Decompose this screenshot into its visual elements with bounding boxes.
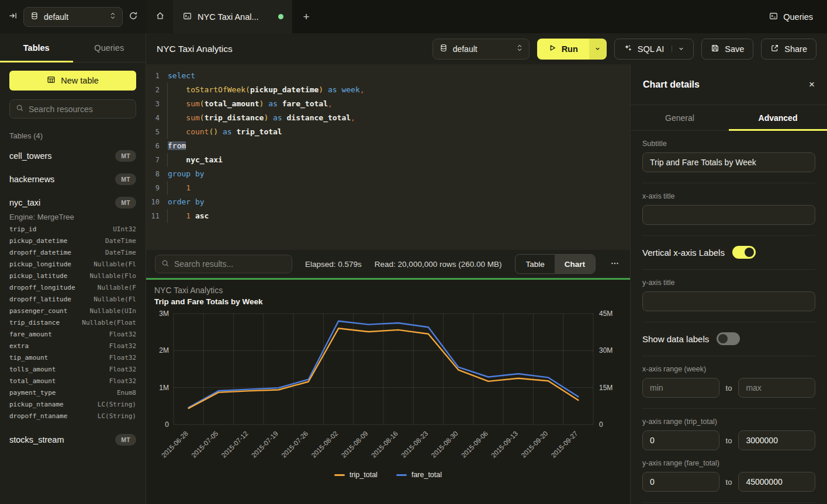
legend-item[interactable]: fare_total [396, 471, 442, 479]
svg-text:0: 0 [599, 420, 603, 429]
panel-tab-general-label: General [665, 113, 694, 123]
column-type: Nullable(F [98, 284, 136, 291]
database-selector[interactable]: default [23, 7, 123, 27]
share-button[interactable]: Share [761, 39, 816, 60]
y-range-trip-label: y-axis range (trip_total) [642, 418, 815, 426]
content-row: Tables Queries New table Tables (4) cell… [0, 33, 827, 504]
results-search [155, 255, 292, 273]
chevron-down-icon [594, 44, 601, 54]
home-button[interactable] [146, 0, 174, 33]
play-icon [548, 44, 556, 54]
svg-text:2015-08-16: 2015-08-16 [370, 430, 399, 459]
code-line: 4 sum(trip_distance) as distance_total, [146, 111, 630, 125]
center-column: 1select2 toStartOfWeek(pickup_datetime) … [146, 64, 630, 504]
svg-text:2015-08-23: 2015-08-23 [400, 430, 429, 459]
view-toggle-table[interactable]: Table [515, 255, 554, 273]
run-options-button[interactable] [589, 39, 607, 60]
legend-item[interactable]: trip_total [334, 471, 378, 479]
to-label: to [726, 384, 732, 392]
run-button[interactable]: Run [537, 39, 589, 60]
table-row[interactable]: stocks_streamMT [9, 432, 136, 447]
svg-text:45M: 45M [599, 310, 613, 318]
divider [642, 269, 815, 270]
column-type: UInt32 [113, 225, 136, 233]
y-range-fare-max-input[interactable] [738, 472, 815, 492]
line-number: 6 [146, 139, 167, 153]
column-name: dropoff_latitude [9, 296, 71, 303]
svg-text:2015-08-02: 2015-08-02 [310, 430, 339, 459]
x-axis-title-input[interactable] [642, 205, 815, 225]
sql-ai-options-button[interactable] [672, 46, 684, 52]
show-data-labels-row: Show data labels [642, 332, 815, 345]
line-number: 1 [146, 69, 167, 83]
panel-header: Chart details × [631, 64, 827, 105]
column-name: fare_amount [9, 331, 52, 338]
query-tab[interactable]: NYC Taxi Anal... [174, 0, 292, 33]
y-range-trip-max-input[interactable] [738, 430, 815, 450]
column-type: Nullable(Flo [90, 272, 136, 280]
subtitle-input[interactable] [642, 152, 815, 172]
y-axis-title-input[interactable] [642, 291, 815, 311]
x-range-row: to [642, 378, 815, 398]
table-name: hackernews [9, 175, 54, 184]
panel-tab-general[interactable]: General [631, 105, 729, 130]
panel-body: Subtitle x-axis title Vertical x-axis La… [631, 131, 827, 504]
run-database-selector-value: default [453, 44, 477, 54]
panel-title: Chart details [643, 79, 700, 90]
column-row: payment_typeEnum8 [9, 389, 136, 401]
save-button[interactable]: Save [701, 39, 753, 60]
column-type: Nullable(Fl [94, 296, 136, 303]
new-table-button[interactable]: New table [9, 71, 136, 91]
save-icon [711, 44, 719, 54]
top-bar: default NYC Taxi Anal... + [0, 0, 827, 33]
vertical-x-labels-row: Vertical x-axis Labels [642, 246, 815, 259]
svg-text:15M: 15M [599, 384, 613, 392]
run-database-selector[interactable]: default [432, 39, 530, 60]
more-options-button[interactable] [608, 259, 621, 270]
table-row[interactable]: nyc_taxiMT [9, 194, 136, 210]
code-text: count() as trip_total [167, 125, 282, 139]
close-panel-button[interactable]: × [809, 79, 815, 91]
show-data-labels-toggle[interactable] [717, 332, 740, 345]
x-range-min-input[interactable] [642, 378, 719, 398]
columns-list: trip_idUInt32pickup_datetimeDateTimedrop… [9, 225, 136, 424]
vertical-x-labels-toggle[interactable] [732, 246, 756, 259]
new-tab-button[interactable]: + [292, 0, 320, 33]
sidebar-top: default [0, 0, 146, 33]
home-icon [155, 11, 165, 22]
resource-search [9, 99, 136, 119]
table-row[interactable]: hackernewsMT [9, 171, 136, 187]
ellipsis-icon [610, 260, 620, 270]
x-range-max-input[interactable] [738, 378, 815, 398]
divider [642, 235, 815, 236]
collapse-sidebar-button[interactable] [8, 11, 18, 22]
column-type: Float32 [109, 342, 136, 350]
y-range-trip-min-input[interactable] [642, 430, 719, 450]
refresh-button[interactable] [129, 11, 138, 22]
sql-ai-button[interactable]: SQL AI [614, 39, 694, 60]
y-range-fare-min-input[interactable] [642, 472, 719, 492]
sql-editor[interactable]: 1select2 toStartOfWeek(pickup_datetime) … [146, 64, 630, 250]
queries-link[interactable]: Queries [755, 0, 827, 33]
engine-badge: MT [115, 197, 136, 208]
to-label: to [726, 478, 732, 486]
sidebar-tab-queries[interactable]: Queries [73, 33, 146, 62]
refresh-icon [129, 11, 138, 22]
x-axis-title-label: x-axis title [642, 192, 815, 200]
svg-text:2015-09-13: 2015-09-13 [490, 430, 519, 459]
panel-tab-advanced[interactable]: Advanced [729, 105, 827, 130]
resource-search-input[interactable] [29, 105, 134, 114]
column-type: Float32 [109, 354, 136, 362]
table-row[interactable]: cell_towersMT [9, 148, 136, 164]
sidebar-tab-tables[interactable]: Tables [0, 33, 73, 62]
column-name: payment_type [9, 389, 56, 397]
column-type: Float32 [109, 377, 136, 385]
view-toggle-chart[interactable]: Chart [555, 255, 595, 273]
column-name: dropoff_datetime [9, 249, 71, 256]
engine-badge: MT [115, 434, 136, 446]
line-number: 5 [146, 125, 167, 139]
column-name: pickup_latitude [9, 272, 67, 280]
column-row: total_amountFloat32 [9, 377, 136, 389]
results-search-input[interactable] [174, 259, 286, 269]
column-name: pickup_longitude [9, 260, 71, 268]
